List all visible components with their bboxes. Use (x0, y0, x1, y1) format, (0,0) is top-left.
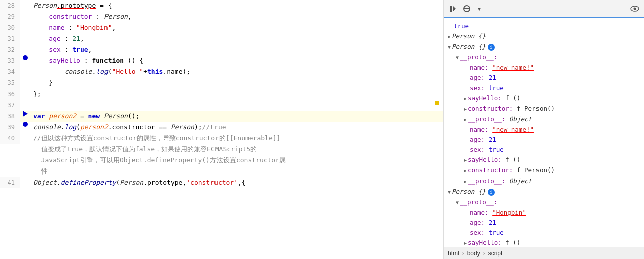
devtools-item[interactable]: sayHello: f () (448, 238, 640, 247)
dt-value: f () (505, 238, 520, 247)
devtools-item[interactable]: sayHello: f () (448, 155, 640, 165)
expand-arrow-icon[interactable] (464, 94, 467, 104)
dt-key: name: (470, 125, 489, 135)
devtools-item[interactable]: __proto__: Object (448, 114, 640, 125)
line-number: 30 (0, 22, 20, 33)
breakpoint-area[interactable] (20, 55, 30, 60)
devtools-item: age: 21 (448, 218, 640, 228)
line-number: 41 (0, 177, 20, 188)
devtools-item: name: "new name!" (448, 63, 640, 73)
code-line-40c: JavaScript引擎，可以用Object.defineProperty()方… (0, 155, 443, 166)
scroll-indicator (435, 101, 439, 105)
devtools-item[interactable]: Person {}i (448, 187, 640, 197)
expand-arrow-icon[interactable] (464, 166, 467, 176)
devtools-toolbar: ▼ (444, 0, 644, 18)
dt-key: sayHello: (468, 238, 502, 247)
code-content: var person2 = new Person(); (30, 111, 443, 122)
code-area: 28Person.prototype = {29 constructor : P… (0, 0, 443, 259)
dt-key: __proto__: (460, 197, 497, 207)
code-content: sayHello : function () { (30, 55, 443, 66)
line-number: 32 (0, 44, 20, 55)
devtools-item[interactable]: constructor: f Person() (448, 104, 640, 114)
expand-arrow-icon[interactable] (448, 42, 451, 52)
line-number: 35 (0, 77, 20, 89)
dt-key: sex: (470, 83, 485, 93)
expand-arrow-icon[interactable] (464, 177, 467, 187)
code-line-39: 39console.log(person2.constructor == Per… (0, 122, 443, 133)
breakpoint-area[interactable] (20, 111, 30, 117)
devtools-item[interactable]: sayHello: f () (448, 93, 640, 104)
breadcrumb-item[interactable]: html (448, 250, 459, 257)
dt-key: sex: (470, 228, 485, 238)
line-number: 40 (0, 133, 20, 144)
code-content: //但以这种方式设置constructor的属性，导致constructor的[… (30, 133, 443, 144)
devtools-item: age: 21 (448, 135, 640, 145)
devtools-item: sex: true (448, 145, 640, 155)
no-entry-icon[interactable] (462, 4, 472, 14)
breadcrumb-separator: › (462, 250, 464, 257)
code-content: name : "Hongbin", (30, 22, 443, 33)
code-content: console.log("Hello "+this.name); (30, 66, 443, 77)
expand-arrow-icon[interactable] (464, 115, 467, 125)
code-line-35: 35 } (0, 77, 443, 89)
code-line-29: 29 constructor : Person, (0, 11, 443, 22)
devtools-item[interactable]: Person {}i (448, 42, 640, 52)
line-number: 28 (0, 0, 20, 11)
devtools-item[interactable]: __proto__: (448, 197, 640, 208)
dt-key: age: (470, 135, 485, 145)
dt-value: Object (509, 114, 532, 124)
breadcrumb-item[interactable]: script (488, 250, 503, 257)
dt-key: name: (470, 63, 489, 73)
dt-value-obj: Person {} (452, 31, 486, 41)
dt-value-bool: true (454, 21, 469, 31)
line-number: 33 (0, 55, 20, 66)
dt-value: f () (505, 155, 520, 165)
devtools-item[interactable]: __proto__: (448, 52, 640, 63)
code-line-33: 33 sayHello : function () { (0, 55, 443, 66)
info-icon: i (488, 44, 495, 51)
expand-arrow-icon[interactable] (448, 32, 451, 42)
dt-key: __proto__: (460, 52, 497, 62)
code-line-37: 37 (0, 100, 443, 111)
dt-key: constructor: (468, 104, 513, 114)
dt-key: age: (470, 218, 485, 228)
devtools-panel: ▼ truePerson {}Person {}i__proto__:name:… (444, 0, 644, 259)
breakpoint-area[interactable] (20, 122, 30, 127)
code-line-32: 32 sex : true, (0, 44, 443, 55)
code-content: console.log(person2.constructor == Perso… (30, 122, 443, 133)
code-content: age : 21, (30, 33, 443, 44)
svg-rect-0 (450, 6, 452, 12)
devtools-item[interactable]: __proto__: Object (448, 176, 640, 187)
breadcrumb-item[interactable]: body (467, 250, 480, 257)
code-content: Person.prototype = { (30, 0, 443, 11)
expand-arrow-icon[interactable] (464, 238, 467, 247)
expand-arrow-icon[interactable] (448, 187, 451, 197)
code-line-41: 41Object.defineProperty(Person.prototype… (0, 177, 443, 188)
code-content: 值变成了true，默认情况下值为false，如果使用的兼容ECMAScript5… (30, 144, 443, 155)
dt-value: true (489, 145, 504, 155)
context-select[interactable]: ▼ (476, 6, 626, 12)
expand-arrow-icon[interactable] (456, 198, 459, 208)
code-content: } (30, 77, 443, 89)
breadcrumb: html›body›script (448, 250, 502, 257)
expand-arrow-icon[interactable] (464, 155, 467, 165)
code-line-34: 34 console.log("Hello "+this.name); (0, 66, 443, 77)
devtools-item[interactable]: Person {} (448, 31, 640, 42)
code-line-40: 40//但以这种方式设置constructor的属性，导致constructor… (0, 133, 443, 144)
code-line-30: 30 name : "Hongbin", (0, 22, 443, 33)
dt-value: 21 (489, 73, 496, 83)
devtools-item: true (448, 21, 640, 31)
dt-key: __proto__: (468, 114, 505, 124)
line-number: 29 (0, 11, 20, 22)
breakpoint-dot (23, 122, 28, 127)
eye-icon[interactable] (630, 4, 640, 14)
code-content: JavaScript引擎，可以用Object.defineProperty()方… (30, 155, 443, 166)
code-line-38: 38var person2 = new Person(); (0, 111, 443, 122)
info-icon: i (488, 189, 495, 196)
code-content: sex : true, (30, 44, 443, 55)
expand-arrow-icon[interactable] (456, 53, 459, 63)
dt-value: f Person() (517, 104, 555, 114)
resume-icon[interactable] (448, 4, 458, 14)
devtools-item[interactable]: constructor: f Person() (448, 165, 640, 176)
expand-arrow-icon[interactable] (464, 104, 467, 114)
